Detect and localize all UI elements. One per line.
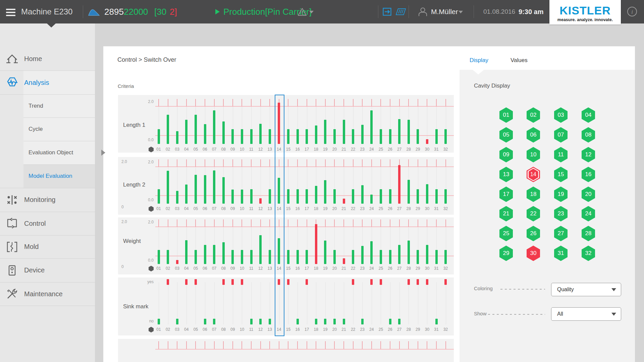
menu-hamburger-button[interactable] <box>6 7 15 18</box>
bar-cavity-16[interactable] <box>297 189 299 204</box>
sinkmark-cavity-02[interactable] <box>167 279 169 285</box>
bar-cavity-31[interactable] <box>435 129 438 144</box>
bar-cavity-07[interactable] <box>213 110 215 144</box>
bar-cavity-11[interactable] <box>250 129 253 144</box>
sinkmark-cavity-18[interactable] <box>315 319 317 324</box>
sinkmark-cavity-15[interactable] <box>287 279 289 285</box>
bar-cavity-15[interactable] <box>287 189 289 204</box>
bar-cavity-03[interactable] <box>176 260 178 264</box>
sinkmark-cavity-01[interactable] <box>158 319 160 324</box>
bar-cavity-24[interactable] <box>370 241 373 264</box>
bar-cavity-22[interactable] <box>352 250 354 264</box>
bar-cavity-10[interactable] <box>241 190 243 204</box>
bar-cavity-32[interactable] <box>444 189 447 204</box>
sidebar-item-analysis[interactable]: Analysis <box>0 71 95 94</box>
bar-cavity-24[interactable] <box>370 195 373 204</box>
sinkmark-cavity-04[interactable] <box>185 279 187 285</box>
bar-cavity-06[interactable] <box>204 175 206 204</box>
bar-cavity-02[interactable] <box>167 115 169 144</box>
bar-cavity-11[interactable] <box>250 189 253 204</box>
sinkmark-cavity-27[interactable] <box>398 319 400 324</box>
sidebar-item-evaluation-object[interactable]: Evaluation Object <box>23 141 95 164</box>
sidebar-item-monitoring[interactable]: Monitoring <box>0 188 95 212</box>
bar-cavity-18[interactable] <box>315 125 317 144</box>
warning-icon[interactable] <box>298 8 307 16</box>
bar-cavity-12[interactable] <box>259 124 262 144</box>
bar-cavity-31[interactable] <box>435 250 438 264</box>
bar-cavity-30[interactable] <box>426 139 428 144</box>
mode-dropdown-caret-icon[interactable] <box>309 10 314 14</box>
bar-cavity-20[interactable] <box>333 189 336 204</box>
sinkmark-cavity-19[interactable] <box>324 319 326 324</box>
bar-cavity-26[interactable] <box>389 250 391 264</box>
bar-cavity-16[interactable] <box>297 250 299 264</box>
bar-cavity-31[interactable] <box>435 189 438 204</box>
bar-cavity-25[interactable] <box>380 129 382 144</box>
bar-cavity-08[interactable] <box>222 242 225 264</box>
bar-cavity-27[interactable] <box>398 119 400 144</box>
bar-cavity-29[interactable] <box>417 129 419 144</box>
sinkmark-cavity-17[interactable] <box>306 279 308 285</box>
sinkmark-cavity-25[interactable] <box>380 279 382 285</box>
sinkmark-cavity-12[interactable] <box>259 319 262 324</box>
sinkmark-cavity-28[interactable] <box>408 279 410 285</box>
coloring-dropdown[interactable]: Quality <box>551 283 621 296</box>
bar-cavity-18[interactable] <box>315 186 317 204</box>
bar-cavity-21[interactable] <box>343 120 345 144</box>
sidebar-item-trend[interactable]: Trend <box>23 94 95 117</box>
sinkmark-cavity-08[interactable] <box>222 279 225 285</box>
user-dropdown-caret-icon[interactable] <box>458 10 463 14</box>
bar-cavity-20[interactable] <box>333 250 336 264</box>
tab-values[interactable]: Values <box>511 57 528 64</box>
bar-cavity-03[interactable] <box>176 191 178 204</box>
bar-cavity-12[interactable] <box>259 198 262 204</box>
bar-cavity-19[interactable] <box>324 241 326 264</box>
bar-cavity-08[interactable] <box>222 177 225 204</box>
bar-cavity-12[interactable] <box>259 235 262 264</box>
bar-cavity-19[interactable] <box>324 120 326 144</box>
bar-cavity-28[interactable] <box>408 120 410 144</box>
bar-cavity-20[interactable] <box>333 129 336 144</box>
bar-cavity-19[interactable] <box>324 180 326 204</box>
sinkmark-cavity-31[interactable] <box>435 319 438 324</box>
bar-cavity-21[interactable] <box>343 258 345 264</box>
bar-cavity-04[interactable] <box>185 120 187 144</box>
bar-cavity-30[interactable] <box>426 245 428 264</box>
bar-cavity-32[interactable] <box>444 250 447 264</box>
bar-cavity-21[interactable] <box>343 199 345 204</box>
bar-cavity-05[interactable] <box>195 115 197 144</box>
sinkmark-cavity-13[interactable] <box>269 319 271 324</box>
bar-cavity-25[interactable] <box>380 189 382 204</box>
sidebar-item-device[interactable]: Device <box>0 258 95 282</box>
tab-display[interactable]: Display <box>470 57 488 64</box>
sidebar-item-model-evaluation[interactable]: Model Evaluation <box>23 164 95 188</box>
bar-cavity-05[interactable] <box>195 175 197 204</box>
bar-cavity-22[interactable] <box>352 189 354 204</box>
bar-cavity-17[interactable] <box>306 250 308 264</box>
sinkmark-cavity-09[interactable] <box>231 279 234 285</box>
bar-cavity-04[interactable] <box>185 240 187 264</box>
show-dropdown[interactable]: All <box>551 307 621 321</box>
sinkmark-cavity-24[interactable] <box>370 279 373 285</box>
sinkmark-cavity-29[interactable] <box>417 279 419 285</box>
sinkmark-cavity-32[interactable] <box>444 279 447 285</box>
sinkmark-cavity-10[interactable] <box>241 279 243 285</box>
bar-cavity-29[interactable] <box>417 189 419 204</box>
bar-cavity-13[interactable] <box>269 129 271 144</box>
bar-cavity-07[interactable] <box>213 170 215 204</box>
bar-cavity-30[interactable] <box>426 184 428 204</box>
sinkmark-cavity-22[interactable] <box>352 279 354 285</box>
bar-cavity-09[interactable] <box>231 129 234 144</box>
bar-cavity-23[interactable] <box>361 125 364 144</box>
sidebar-item-maintenance[interactable]: Maintenance <box>0 282 95 306</box>
bar-cavity-09[interactable] <box>231 250 234 264</box>
sinkmark-cavity-03[interactable] <box>176 319 178 324</box>
sidebar-item-cycle[interactable]: Cycle <box>23 117 95 141</box>
bar-cavity-23[interactable] <box>361 185 364 204</box>
sinkmark-cavity-20[interactable] <box>333 319 336 324</box>
bar-cavity-26[interactable] <box>389 129 391 144</box>
sidebar-item-home[interactable]: Home <box>0 47 95 71</box>
bar-cavity-13[interactable] <box>269 189 271 204</box>
bar-cavity-01[interactable] <box>158 250 160 264</box>
sinkmark-cavity-23[interactable] <box>361 319 364 324</box>
